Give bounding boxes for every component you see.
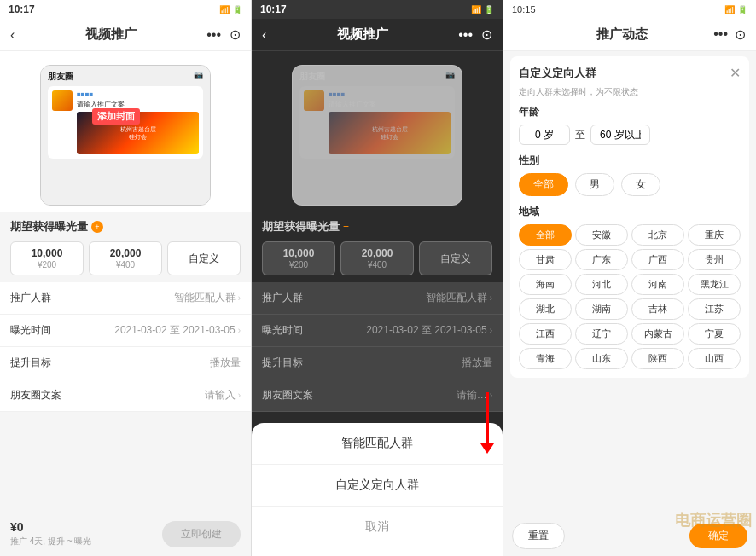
price-display-1: ¥0 — [10, 520, 91, 534]
time-1: 10:17 — [9, 3, 35, 15]
region-btn-henan[interactable]: 河南 — [631, 274, 684, 295]
region-btn-jiangsu[interactable]: 江苏 — [688, 298, 741, 320]
panel1: 10:17 📶 🔋 ‹ 视频推广 ••• ⊙ 朋友圈 📷 ■■■ — [0, 0, 252, 556]
p3-bottom-bar: 重置 确定 — [503, 516, 756, 556]
region-btn-guangdong[interactable]: 广东 — [575, 249, 628, 270]
phone-preview-2: 朋友圈 📷 ■■■■ 请输入推广文案 杭州古越台层硅灯会 — [292, 65, 462, 206]
region-btn-all[interactable]: 全部 — [519, 224, 572, 246]
target-icon-1[interactable]: ⊙ — [230, 26, 241, 43]
gender-btn-all[interactable]: 全部 — [519, 173, 568, 196]
region-btn-shandong[interactable]: 山东 — [575, 348, 628, 369]
custom-audience-panel: 自定义定向人群 ✕ 定向人群未选择时，为不限状态 年龄 至 性别 全部 男 — [503, 51, 756, 516]
action-sheet: 智能匹配人群 自定义定向人群 取消 — [252, 423, 503, 556]
tip-text-1: 推广 4天, 提升 ~ 曝光 — [10, 536, 91, 547]
page-title-1: 视频推广 — [85, 26, 137, 43]
post-avatar-1 — [52, 90, 73, 111]
region-btn-hainan[interactable]: 海南 — [519, 274, 572, 295]
time-2: 10:17 — [260, 3, 287, 15]
menu-icon-1[interactable]: ••• — [206, 27, 221, 43]
menu-icon-3[interactable]: ••• — [713, 26, 728, 43]
battery-icon-1: 🔋 — [232, 5, 242, 14]
age-to-label: 至 — [575, 128, 585, 142]
region-btn-qinghai[interactable]: 青海 — [519, 348, 572, 369]
signal-icon-1: 📶 — [219, 5, 230, 14]
nav-bar-3: 推广动态 ••• ⊙ — [503, 19, 756, 51]
nav-icons-2: ••• ⊙ — [458, 26, 492, 43]
status-bar-2: 10:17 📶 🔋 — [252, 0, 503, 19]
panel2-overlay: 10:17 📶 🔋 ‹ 视频推广 ••• ⊙ 朋友圈 📷 — [252, 0, 503, 437]
submit-button-1[interactable]: 立即创建 — [162, 521, 241, 547]
signal-icon-3: 📶 — [724, 5, 735, 14]
info-icon-1: + — [91, 221, 103, 233]
age-end-input[interactable] — [590, 125, 650, 145]
wechat-header-1: 朋友圈 — [48, 71, 73, 83]
red-arrow — [480, 392, 494, 454]
panel3: 10:15 📶 🔋 推广动态 ••• ⊙ 自定义定向人群 ✕ 定向人群未选择时，… — [503, 0, 756, 556]
list-row-audience[interactable]: 推广人群 智能匹配人群 › — [0, 282, 251, 315]
gender-row: 全部 男 女 — [519, 173, 741, 196]
dim-row-time: 曝光时间 2021-03-02 至 2021-03-05 › — [252, 315, 503, 347]
region-btn-hunan[interactable]: 湖南 — [575, 298, 628, 320]
region-btn-beijing[interactable]: 北京 — [631, 224, 684, 246]
target-icon-3[interactable]: ⊙ — [735, 26, 746, 43]
region-btn-shaanxi[interactable]: 陕西 — [631, 348, 684, 369]
region-btn-ningxia[interactable]: 宁夏 — [688, 323, 741, 345]
gender-btn-female[interactable]: 女 — [621, 173, 660, 196]
gender-btn-male[interactable]: 男 — [575, 173, 614, 196]
gender-label: 性别 — [519, 153, 741, 168]
panel2: 10:17 📶 🔋 ‹ 视频推广 ••• ⊙ 朋友圈 📷 — [252, 0, 503, 556]
exposure-title-1: 期望获得曝光量 — [10, 219, 88, 235]
region-btn-jiangxi[interactable]: 江西 — [519, 323, 572, 345]
region-btn-anhui[interactable]: 安徽 — [575, 224, 628, 246]
sheet-item-custom[interactable]: 自定义定向人群 — [252, 465, 503, 507]
age-label: 年龄 — [519, 105, 741, 119]
dim-exposure-title: 期望获得曝光量 — [262, 219, 340, 235]
dim-row-goal: 提升目标 播放量 — [252, 347, 503, 379]
region-btn-hebei[interactable]: 河北 — [575, 274, 628, 295]
sheet-item-cancel[interactable]: 取消 — [252, 507, 503, 547]
signal-icon-2: 📶 — [471, 5, 481, 14]
age-start-input[interactable] — [519, 125, 570, 145]
camera-icon-1: 📷 — [194, 71, 203, 83]
reset-button[interactable]: 重置 — [512, 523, 565, 549]
age-row: 至 — [519, 125, 741, 145]
audience-section: 自定义定向人群 ✕ 定向人群未选择时，为不限状态 年龄 至 性别 全部 男 — [510, 56, 749, 378]
target-icon-2[interactable]: ⊙ — [481, 26, 492, 43]
list-row-time[interactable]: 曝光时间 2021-03-02 至 2021-03-05 › — [0, 315, 251, 347]
back-button-2[interactable]: ‹ — [262, 27, 266, 43]
exposure-btn-10k[interactable]: 10,000 ¥200 — [10, 241, 84, 275]
region-btn-neimenggu[interactable]: 内蒙古 — [631, 323, 684, 345]
region-btn-chongqing[interactable]: 重庆 — [688, 224, 741, 246]
region-btn-hubei[interactable]: 湖北 — [519, 298, 572, 320]
dim-btn-custom: 自定义 — [419, 241, 492, 275]
back-button-1[interactable]: ‹ — [10, 27, 15, 43]
nav-icons-1: ••• ⊙ — [206, 26, 241, 43]
page-title-3: 推广动态 — [596, 26, 648, 43]
battery-icon-3: 🔋 — [737, 5, 747, 14]
dim-btn-10k: 10,000 ¥200 — [262, 241, 335, 275]
dim-exposure-header: 期望获得曝光量 + — [252, 212, 503, 238]
menu-icon-2[interactable]: ••• — [458, 27, 473, 43]
region-btn-heilongjiang[interactable]: 黑龙江 — [688, 274, 741, 295]
audience-subtitle: 定向人群未选择时，为不限状态 — [519, 86, 741, 98]
region-btn-gansu[interactable]: 甘肃 — [519, 249, 572, 270]
region-btn-guangxi[interactable]: 广西 — [631, 249, 684, 270]
region-btn-shanxi[interactable]: 山西 — [688, 348, 741, 369]
region-btn-liaoning[interactable]: 辽宁 — [575, 323, 628, 345]
add-cover-label[interactable]: 添加封面 — [92, 108, 140, 125]
list-row-goal[interactable]: 提升目标 播放量 — [0, 347, 251, 379]
confirm-button[interactable]: 确定 — [689, 524, 747, 548]
status-bar-3: 10:15 📶 🔋 — [503, 0, 756, 19]
list-row-copy[interactable]: 朋友圈文案 请输入 › — [0, 379, 251, 412]
audience-title: 自定义定向人群 — [519, 66, 596, 81]
exposure-btn-20k[interactable]: 20,000 ¥400 — [89, 241, 162, 275]
region-btn-jilin[interactable]: 吉林 — [631, 298, 684, 320]
region-btn-guizhou[interactable]: 贵州 — [688, 249, 741, 270]
close-button[interactable]: ✕ — [730, 65, 741, 81]
exposure-btn-custom[interactable]: 自定义 — [167, 241, 241, 275]
region-grid: 全部 安徽 北京 重庆 甘肃 广东 广西 贵州 海南 河北 河南 黑龙江 湖北 … — [519, 224, 741, 369]
sheet-item-smart[interactable]: 智能匹配人群 — [252, 423, 503, 465]
post-username-1: ■■■■ — [77, 90, 199, 98]
dim-row-audience: 推广人群 智能匹配人群 › — [252, 282, 503, 315]
status-icons-2: 📶 🔋 — [471, 5, 494, 14]
